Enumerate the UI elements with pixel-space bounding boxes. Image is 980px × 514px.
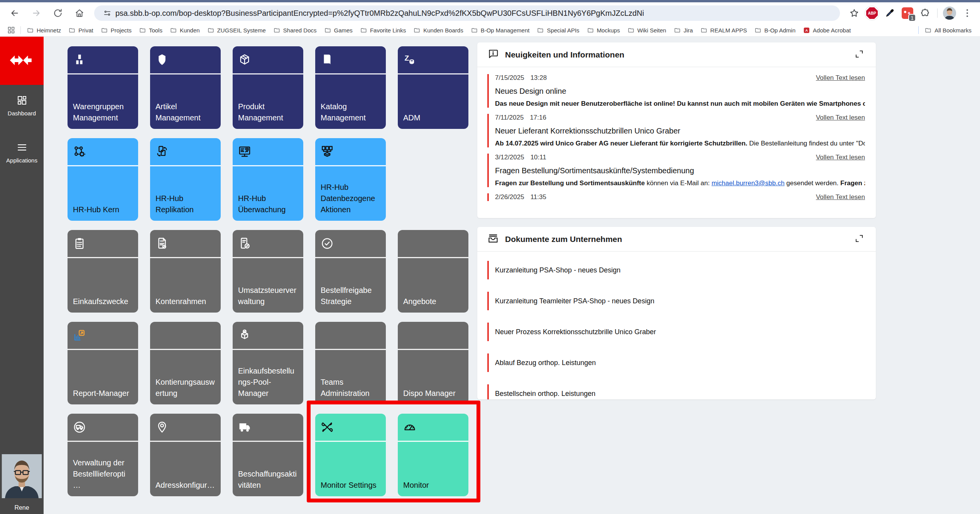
bookmark-item[interactable]: AAdobe Acrobat	[799, 25, 855, 35]
tile-umsatzsteuerverwaltung[interactable]: Umsatzsteuerverwaltung	[233, 230, 303, 313]
tile-hr-hub-kern[interactable]: HR-Hub Kern	[68, 138, 138, 221]
email-link[interactable]: michael.burren3@sbb.ch	[711, 179, 784, 187]
tile-body: ADM	[398, 74, 468, 129]
tile-bestellfreigabe-strategie[interactable]: Bestellfreigabe Strategie	[315, 230, 386, 313]
tile-dispo-manager[interactable]: Dispo Manager	[398, 322, 468, 404]
home-button[interactable]	[71, 5, 88, 22]
apps-grid-icon[interactable]	[6, 25, 17, 36]
expand-icon[interactable]	[853, 233, 866, 246]
folder-icon	[925, 27, 931, 34]
eyedropper-extension-icon[interactable]	[882, 5, 897, 21]
documents-list: Kurzanleitung PSA-Shop - neues Design Ku…	[477, 252, 876, 399]
news-date: 7/11/2025	[495, 114, 524, 122]
document-link[interactable]: Neuer Prozess Korrektionsschutzbrille Un…	[487, 323, 865, 341]
tile-angebote[interactable]: Angebote	[398, 230, 468, 313]
tile-body: Monitor	[398, 442, 468, 496]
tile-hr-hub-datenbezogene-aktionen[interactable]: HR-Hub Datenbezogene Aktionen	[315, 138, 386, 221]
todo-extension-icon[interactable]: 1	[900, 5, 915, 21]
tile-artikel-management[interactable]: Artikel Management	[150, 46, 221, 129]
news-date: 3/12/2025	[495, 154, 524, 161]
tile-body: HR-Hub Überwachung	[233, 166, 303, 221]
percent-doc-icon	[238, 237, 251, 250]
tile-label: HR-Hub Kern	[73, 204, 119, 215]
forward-button[interactable]	[28, 5, 45, 22]
user-photo[interactable]	[2, 454, 42, 498]
document-link[interactable]: Kurzanleitung PSA-Shop - neues Design	[487, 261, 865, 279]
tile-adm[interactable]: Z ADM	[398, 46, 468, 129]
tile-warengruppen-management[interactable]: Warengruppen Management	[68, 46, 138, 129]
tile-einkaufsbestellungs-pool-manager[interactable]: Einkaufsbestellungs-Pool-Manager	[233, 322, 303, 404]
tile-monitor[interactable]: Monitor	[398, 414, 468, 496]
bookmark-item[interactable]: B-Op Management	[467, 25, 534, 35]
bookmark-item[interactable]: REALM APPS	[697, 25, 751, 35]
tile-adresskonfigur[interactable]: Adresskonfigur…	[150, 414, 221, 496]
url-bar[interactable]: psa.sbb.b-op.com/bop-desktop?BusinessPar…	[94, 5, 840, 21]
sidebar-item-applications[interactable]: Applications	[0, 142, 44, 164]
folder-icon	[674, 27, 681, 34]
svg-text:Z: Z	[405, 54, 409, 62]
tile-hr-hub-überwachung[interactable]: HR-Hub Überwachung	[233, 138, 303, 221]
folder-icon	[360, 27, 367, 34]
news-time: 11:35	[531, 193, 546, 201]
tile-label: Katalog Management	[321, 101, 380, 123]
sidebar-item-dashboard[interactable]: Dashboard	[0, 95, 44, 117]
bookmark-item[interactable]: Shared Docs	[270, 25, 321, 35]
read-full-text-link[interactable]: Vollen Text lesen	[816, 74, 865, 82]
tile-verwaltung-der-bestelllieferopti[interactable]: Verwaltung der Bestelllieferopti…	[68, 414, 138, 496]
truck-circle-icon	[73, 421, 86, 434]
bookmark-item[interactable]: Kunden	[166, 25, 204, 35]
expand-icon[interactable]	[853, 48, 866, 61]
bookmark-item[interactable]: Mockups	[583, 25, 624, 35]
tile-body: Kontenrahmen	[150, 258, 221, 313]
tile-beschaffungsaktivitäten[interactable]: Beschaffungsaktivitäten	[233, 414, 303, 496]
folder-icon	[27, 27, 34, 34]
profile-avatar[interactable]	[942, 5, 957, 21]
tile-katalog-management[interactable]: Katalog Management	[315, 46, 386, 129]
tile-hr-hub-replikation[interactable]: HR-Hub Replikation	[150, 138, 221, 221]
browser-menu-kebab[interactable]	[960, 5, 975, 21]
document-link[interactable]: Ablauf Bezug orthop. Leistungen	[487, 353, 865, 372]
tile-label: Warengruppen Management	[73, 101, 133, 123]
bookmark-item[interactable]: Projects	[97, 25, 135, 35]
news-time: 13:28	[531, 74, 547, 82]
sbb-logo[interactable]	[0, 37, 44, 85]
tile-grid: Warengruppen Management Artikel Manageme…	[68, 46, 468, 496]
tile-body: Artikel Management	[150, 74, 221, 129]
bookmark-item[interactable]: Special APIs	[533, 25, 583, 35]
all-bookmarks[interactable]: All Bookmarks	[916, 25, 975, 35]
tile-monitor-settings[interactable]: Monitor Settings	[315, 414, 386, 496]
bookmark-item[interactable]: Games	[321, 25, 357, 35]
bookmark-item[interactable]: Jira	[670, 25, 697, 35]
bookmark-item[interactable]: Privat	[65, 25, 97, 35]
tile-produkt-management[interactable]: Produkt Management	[233, 46, 303, 129]
tile-report-manager[interactable]: Report-Manager	[68, 322, 138, 404]
bookmark-item[interactable]: Wiki Seiten	[624, 25, 670, 35]
read-full-text-link[interactable]: Vollen Text lesen	[816, 193, 865, 201]
extensions-puzzle-icon[interactable]	[917, 5, 933, 21]
site-info-icon[interactable]	[101, 5, 113, 21]
bookmark-item[interactable]: Kunden Boards	[410, 25, 467, 35]
tile-einkaufszwecke[interactable]: Einkaufszwecke	[68, 230, 138, 313]
read-full-text-link[interactable]: Vollen Text lesen	[816, 154, 865, 161]
document-link[interactable]: Kurzanleitung Teamleiter PSA-Shop - neue…	[487, 292, 865, 310]
gauge-icon	[403, 421, 416, 434]
read-full-text-link[interactable]: Vollen Text lesen	[816, 114, 865, 122]
bookmark-star-icon[interactable]	[847, 5, 862, 21]
documents-panel-header: Dokumente zum Unternehmen	[477, 227, 876, 252]
bookmark-item[interactable]: Tools	[135, 25, 166, 35]
bookmark-item[interactable]: ZUGSEIL Systeme	[204, 25, 270, 35]
reload-button[interactable]	[49, 5, 66, 22]
adblock-extension-icon[interactable]: ABP	[864, 5, 880, 21]
tile-kontierungsauswertung[interactable]: Kontierungsauswertung	[150, 322, 221, 404]
news-date: 7/15/2025	[495, 74, 524, 82]
bookmark-item[interactable]: B-Op Admin	[751, 25, 799, 35]
tile-label: Monitor Settings	[321, 480, 377, 491]
tile-header	[150, 46, 221, 74]
tile-kontenrahmen[interactable]: VAT Kontenrahmen	[150, 230, 221, 313]
tile-teams-administration[interactable]: Teams Administration	[315, 322, 386, 404]
bookmark-item[interactable]: Favorite Links	[357, 25, 410, 35]
back-button[interactable]	[6, 5, 23, 22]
document-link[interactable]: Bestellschein orthop. Leistungen	[487, 384, 865, 399]
news-panel-title: Neuigkeiten und Informationen	[505, 50, 624, 59]
bookmark-item[interactable]: Heimnetz	[23, 25, 65, 35]
